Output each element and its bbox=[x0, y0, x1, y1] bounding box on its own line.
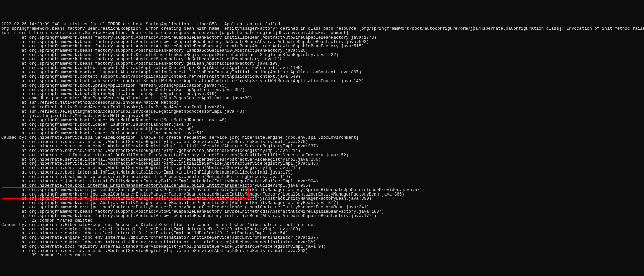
log-line: at org.hibernate.service.internal.Abstra… bbox=[1, 144, 643, 149]
log-line: at org.springframework.beans.factory.sup… bbox=[1, 210, 643, 214]
log-line: Caused by: org.hibernate.HibernateExcept… bbox=[1, 223, 643, 227]
log-line: at org.springframework.boot.loader.MainM… bbox=[1, 118, 643, 123]
log-line: at org.springframework.beans.factory.sup… bbox=[1, 49, 643, 53]
log-line: at org.springframework.context.support.A… bbox=[1, 75, 643, 79]
log-line: at org.hibernate.jpa.boot.internal.Entit… bbox=[1, 184, 643, 188]
log-line: ... 22 common frames omitted bbox=[1, 218, 643, 223]
log-line: at org.hibernate.boot.model.process.spi.… bbox=[1, 175, 643, 179]
log-line: at org.springframework.context.support.A… bbox=[1, 70, 643, 75]
log-line: at java.lang.reflect.Method.invoke(Metho… bbox=[1, 114, 643, 118]
log-line: at org.hibernate.service.internal.Abstra… bbox=[1, 149, 643, 153]
log-line: at org.springframework.boot.SpringApplic… bbox=[1, 84, 643, 88]
log-line: at org.hibernate.service.internal.Abstra… bbox=[1, 249, 643, 253]
log-line: at org.springframework.beans.factory.sup… bbox=[1, 36, 643, 40]
log-line: at org.hibernate.boot.registry.internal.… bbox=[1, 245, 643, 249]
log-line: at org.springframework.beans.factory.sup… bbox=[1, 40, 643, 44]
log-line: at org.springframework.beans.factory.sup… bbox=[1, 214, 643, 218]
log-line: at org.hibernate.id.factory.internal.Def… bbox=[1, 153, 643, 158]
log-line: at org.hibernate.service.internal.Abstra… bbox=[1, 140, 643, 144]
log-line: ... 39 common frames omitted bbox=[1, 253, 643, 258]
log-line: at sun.reflect.NativeMethodAccessorImpl.… bbox=[1, 105, 643, 110]
console-log-output: 2023-02-26 14:29:09.240 statistics [main… bbox=[0, 22, 644, 258]
log-line: at org.springframework.boot.web.servlet.… bbox=[1, 79, 643, 84]
log-line: at org.springframework.orm.jpa.vendor.Sp… bbox=[1, 188, 643, 192]
log-line: at org.springframework.beans.factory.sup… bbox=[1, 44, 643, 49]
log-line: at sun.reflect.DelegatingMethodAccessorI… bbox=[1, 110, 643, 114]
log-line: at org.hibernate.jpa.boot.internal.Entit… bbox=[1, 179, 643, 184]
